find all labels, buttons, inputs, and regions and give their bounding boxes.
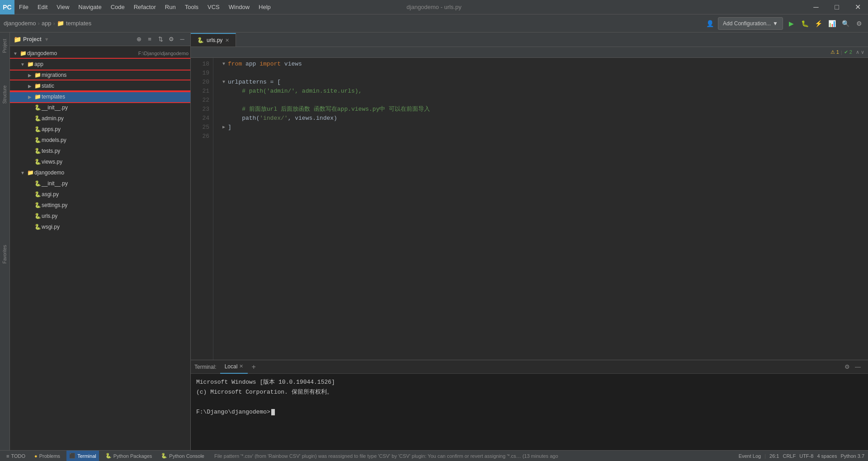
tab-python-console[interactable]: 🐍 Python Console [158, 451, 207, 461]
tree-item-djangodemo-sub[interactable]: ▼ 📁 djangodemo [10, 167, 190, 178]
tree-item-models-py[interactable]: ▶ 🐍 models.py [10, 135, 190, 146]
code-line-19 [221, 69, 868, 78]
dropdown-arrow-icon: ▼ [773, 20, 778, 27]
menu-tools[interactable]: Tools [180, 0, 203, 14]
add-config-button[interactable]: Add Configuration... ▼ [718, 17, 783, 30]
tree-item-apps-py[interactable]: ▶ 🐍 apps.py [10, 124, 190, 135]
minimize-panel-icon[interactable]: ─ [178, 35, 187, 44]
menu-help[interactable]: Help [254, 0, 275, 14]
code-editor[interactable]: 18 19 20 21 22 23 24 25 26 ▼ from app im… [191, 58, 868, 360]
tab-python-packages[interactable]: 🐍 Python Packages [103, 451, 155, 461]
tab-urls-py[interactable]: 🐍 urls.py ✕ [191, 33, 236, 47]
folder-icon: 📁 [33, 72, 42, 78]
breadcrumb-templates[interactable]: templates [66, 20, 91, 27]
fold-arrow[interactable]: ▼ [221, 61, 227, 67]
run-icon[interactable]: ▶ [786, 18, 797, 29]
menu-run[interactable]: Run [160, 0, 180, 14]
menu-refactor[interactable]: Refactor [129, 0, 160, 14]
bottom-bar: ≡ TODO ● Problems ⬛ Terminal 🐍 Python Pa… [0, 450, 868, 461]
breadcrumb-app[interactable]: app [42, 20, 52, 27]
tree-item-views-py[interactable]: ▶ 🐍 views.py [10, 156, 190, 167]
python-version[interactable]: Python 3.7 [840, 453, 864, 459]
line-ending[interactable]: CRLF [783, 453, 796, 459]
project-header-icons: ⊕ ≡ ⇅ ⚙ ─ [134, 35, 187, 44]
arrow-icon: ▼ [19, 170, 26, 175]
add-terminal-button[interactable]: + [248, 363, 259, 371]
tab-close-icon[interactable]: ✕ [225, 38, 229, 43]
tree-item-admin-py[interactable]: ▶ 🐍 admin.py [10, 113, 190, 124]
menu-vcs[interactable]: VCS [203, 0, 224, 14]
encoding[interactable]: UTF-8 [799, 453, 813, 459]
filter-icon[interactable]: ⇅ [156, 35, 165, 44]
window-controls: ─ □ ✕ [806, 0, 868, 14]
folder-icon: 📁 [26, 61, 34, 67]
line-numbers: 18 19 20 21 22 23 24 25 26 [191, 58, 213, 360]
indent-info[interactable]: 4 spaces [817, 453, 837, 459]
profile-run-icon[interactable]: 📊 [826, 18, 837, 29]
gear-icon[interactable]: ⚙ [167, 35, 176, 44]
maximize-button[interactable]: □ [826, 0, 847, 14]
terminal-content[interactable]: Microsoft Windows [版本 10.0.19044.1526] (… [191, 374, 868, 450]
terminal-icon: ⬛ [69, 453, 75, 459]
tree-item-settings-py[interactable]: ▶ 🐍 settings.py [10, 200, 190, 211]
project-folder-icon: 📁 [14, 36, 21, 43]
menu-file[interactable]: File [14, 0, 33, 14]
tab-terminal[interactable]: ⬛ Terminal [66, 451, 99, 461]
folder-icon: 📁 [33, 83, 42, 89]
terminal-tab-local[interactable]: Local ✕ [220, 360, 248, 374]
close-button[interactable]: ✕ [847, 0, 868, 14]
sidebar-item-favorites[interactable]: Favorites [1, 242, 8, 266]
profile-icon[interactable]: 👤 [704, 18, 715, 29]
expand-icon[interactable]: ∧ ∨ [856, 49, 864, 55]
locate-icon[interactable]: ⊕ [134, 35, 143, 44]
tree-item-init-py-demo[interactable]: ▶ 🐍 __init__.py [10, 178, 190, 189]
minimize-button[interactable]: ─ [806, 0, 826, 14]
tree-item-tests-py[interactable]: ▶ 🐍 tests.py [10, 146, 190, 156]
tab-problems[interactable]: ● Problems [32, 451, 63, 461]
sidebar-item-structure[interactable]: Structure [1, 83, 8, 107]
coverage-icon[interactable]: ⚡ [813, 18, 824, 29]
breadcrumb: djangodemo › app › 📁 templates [4, 20, 91, 27]
debug-icon[interactable]: 🐛 [799, 18, 810, 29]
arrow-icon: ▶ [26, 73, 33, 78]
terminal-close-icon[interactable]: ✕ [239, 363, 243, 369]
py-icon: 🐍 [33, 159, 42, 165]
tree-item-djangodemo-root[interactable]: ▼ 📁 djangodemo F:\Django\djangodemo [10, 48, 190, 59]
menu-window[interactable]: Window [224, 0, 254, 14]
project-panel: 📁 Project ▼ ⊕ ≡ ⇅ ⚙ ─ ▼ 📁 djangodemo F:\… [10, 33, 191, 450]
menu-navigate[interactable]: Navigate [74, 0, 106, 14]
menu-edit[interactable]: Edit [33, 0, 52, 14]
editor-tabs: 🐍 urls.py ✕ [191, 33, 868, 47]
settings-icon[interactable]: ⚙ [854, 18, 864, 29]
code-content[interactable]: ▼ from app import views ▼ urlpatterns = … [213, 58, 868, 360]
collapse-icon[interactable]: ≡ [145, 35, 154, 44]
left-sidebar-strip: Project Structure Favorites [0, 33, 10, 450]
breadcrumb-folder-icon: 📁 [57, 20, 64, 27]
breadcrumb-root[interactable]: djangodemo [4, 20, 36, 27]
code-line-18: ▼ from app import views [221, 60, 868, 69]
py-icon: 🐍 [33, 126, 42, 132]
todo-icon: ≡ [6, 453, 9, 459]
search-icon[interactable]: 🔍 [840, 18, 851, 29]
tree-item-migrations[interactable]: ▶ 📁 migrations [10, 70, 190, 80]
py-icon: 🐍 [33, 148, 42, 154]
tab-todo[interactable]: ≡ TODO [4, 451, 28, 461]
tree-item-app[interactable]: ▼ 📁 app [10, 59, 190, 70]
sidebar-item-project[interactable]: Project [1, 36, 8, 56]
arrow-icon: ▶ [26, 94, 33, 99]
terminal-line-1: Microsoft Windows [版本 10.0.19044.1526] [196, 377, 863, 387]
tree-item-wsgi-py[interactable]: ▶ 🐍 wsgi.py [10, 221, 190, 232]
tree-item-init-py-app[interactable]: ▶ 🐍 __init__.py [10, 102, 190, 113]
fold-arrow[interactable]: ▼ [221, 79, 227, 85]
py-icon: 🐍 [33, 115, 42, 122]
fold-arrow[interactable]: ▶ [221, 124, 227, 131]
tree-item-urls-py[interactable]: ▶ 🐍 urls.py [10, 211, 190, 221]
event-log-link[interactable]: Event Log [739, 453, 761, 459]
menu-view[interactable]: View [52, 0, 74, 14]
tree-item-templates[interactable]: ▶ 📁 templates [10, 91, 190, 102]
main-area: Project Structure Favorites 📁 Project ▼ … [0, 33, 868, 450]
menu-code[interactable]: Code [106, 0, 129, 14]
tree-item-asgi-py[interactable]: ▶ 🐍 asgi.py [10, 189, 190, 200]
tree-item-static[interactable]: ▶ 📁 static [10, 80, 190, 91]
terminal-settings-icon[interactable]: ⚙ — [844, 363, 861, 370]
